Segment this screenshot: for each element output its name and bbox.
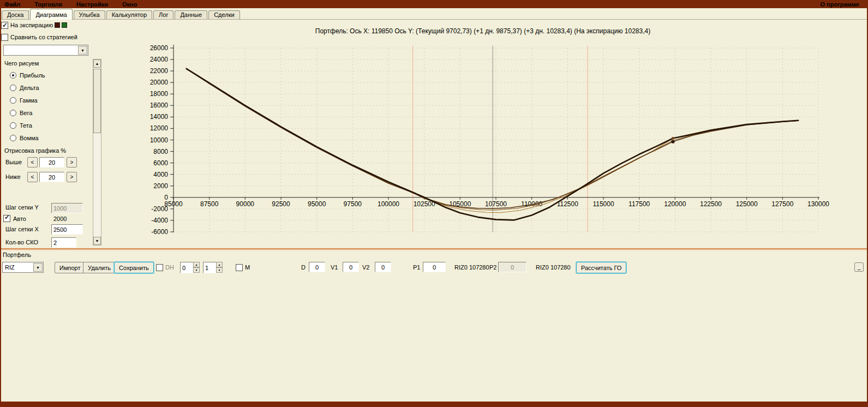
dh-label: DH: [165, 264, 174, 271]
radio-icon[interactable]: [10, 97, 16, 104]
profit-chart[interactable]: -6000-4000-20000200040006000800010000120…: [104, 38, 865, 248]
auto-grid-checkbox[interactable]: [3, 215, 10, 222]
below-increase-button[interactable]: >: [67, 172, 77, 182]
dh-checkbox-row: DH: [156, 262, 174, 273]
spin-down-icon[interactable]: ▼: [193, 267, 200, 273]
menu-window[interactable]: Окно: [122, 1, 137, 8]
collapse-panel-button[interactable]: _: [854, 262, 864, 272]
v2-input[interactable]: [375, 262, 391, 272]
scroll-down-icon[interactable]: ▼: [93, 237, 101, 245]
d-input[interactable]: [309, 262, 325, 272]
menu-bar: ФайлТорговляНастройкиОкно О программе: [0, 0, 868, 8]
symbol-combo[interactable]: RIZ ▼: [2, 262, 44, 273]
spin-up-icon[interactable]: ▲: [193, 262, 200, 267]
compare-strategy-checkbox[interactable]: [1, 34, 8, 41]
scrollbar-thumb[interactable]: [93, 69, 101, 133]
p2-label: P2: [489, 262, 496, 273]
draw-option-label: Вега: [20, 110, 32, 116]
sidebar-scrollbar[interactable]: ▲ ▼: [93, 59, 101, 246]
riz-price-label-1: RIZ0 107280: [454, 262, 489, 273]
portfolio-section-label: Портфель: [3, 252, 31, 258]
strategy-combo[interactable]: ▼: [3, 45, 88, 56]
radio-icon[interactable]: [10, 135, 16, 141]
tab-calculator[interactable]: Калькулятор: [106, 10, 152, 19]
expiration-checkbox[interactable]: [1, 22, 8, 29]
draw-option-vomma[interactable]: Вомма: [10, 134, 39, 143]
x-tick-label: 122500: [700, 200, 722, 208]
radio-icon[interactable]: [10, 85, 16, 91]
dh-spinner-2[interactable]: ▲ ▼: [203, 262, 223, 273]
y-tick-label: -4000: [151, 217, 168, 224]
grid-step-y-input[interactable]: [51, 203, 83, 213]
sko-count-label: Кол-во СКО: [5, 239, 38, 246]
scroll-up-icon[interactable]: ▲: [93, 59, 101, 68]
m-checkbox[interactable]: [236, 264, 243, 271]
menu-settings[interactable]: Настройки: [76, 1, 108, 8]
below-percent-input[interactable]: [39, 172, 64, 182]
menu-file[interactable]: Файл: [4, 1, 20, 8]
marker-current-point: [671, 140, 674, 143]
grid-step-x-label: Шаг сетки X: [5, 226, 39, 232]
draw-option-theta[interactable]: Тета: [10, 121, 32, 131]
draw-option-profit[interactable]: Прибыль: [10, 71, 45, 81]
y-tick-label: 10000: [150, 136, 169, 144]
tab-data[interactable]: Данные: [175, 10, 207, 19]
below-decrease-button[interactable]: <: [27, 172, 38, 182]
sidebar-panel: На экспирацию Сравнить со стратегией ▼ Ч…: [1, 20, 103, 249]
x-tick-label: 130000: [807, 200, 829, 208]
save-button[interactable]: Сохранить: [114, 262, 154, 273]
menu-about[interactable]: О программе: [820, 1, 859, 8]
p2-input[interactable]: [498, 262, 526, 272]
y-tick-label: 18000: [150, 90, 169, 98]
tab-deals[interactable]: Сделки: [208, 10, 240, 19]
above-label: Выше: [5, 159, 22, 165]
draw-option-gamma[interactable]: Гамма: [10, 96, 38, 106]
y-tick-label: 16000: [150, 101, 169, 109]
series-current: [187, 69, 799, 208]
draw-option-label: Гамма: [20, 97, 38, 104]
calc-go-button[interactable]: Рассчитать ГО: [576, 262, 626, 273]
x-tick-label: 85000: [164, 200, 183, 208]
delete-button[interactable]: Удалить: [83, 262, 116, 273]
grid-step-x-input[interactable]: [51, 224, 83, 235]
chevron-down-icon[interactable]: ▼: [78, 46, 87, 55]
x-tick-label: 125000: [736, 200, 758, 208]
compare-strategy-label: Сравнить со стратегией: [10, 34, 77, 40]
dh-spinner-1[interactable]: ▲ ▼: [180, 262, 200, 273]
d-label: D: [301, 262, 306, 273]
tab-smile[interactable]: Улыбка: [74, 10, 105, 19]
expiration-swatch-maroon: [55, 22, 60, 28]
above-increase-button[interactable]: >: [67, 157, 77, 167]
above-decrease-button[interactable]: <: [27, 157, 38, 167]
series-plus3: [187, 69, 799, 213]
series-plus1: [187, 69, 799, 210]
expiration-checkbox-label: На экспирацию: [10, 22, 53, 28]
dh-checkbox[interactable]: [156, 264, 163, 271]
draw-option-label: Тета: [20, 122, 32, 129]
tab-bar: ДоскаДиаграммаУлыбкаКалькуляторЛогДанные…: [0, 8, 868, 20]
radio-icon[interactable]: [10, 122, 16, 129]
radio-icon[interactable]: [10, 72, 16, 79]
menu-trade[interactable]: Торговля: [34, 1, 62, 8]
splitter-line[interactable]: [0, 248, 868, 249]
v1-input[interactable]: [343, 262, 359, 272]
chevron-down-icon[interactable]: ▼: [33, 263, 43, 272]
draw-option-delta[interactable]: Дельта: [10, 83, 39, 93]
y-tick-label: 24000: [150, 56, 169, 63]
tab-diagram[interactable]: Диаграмма: [30, 9, 72, 20]
p1-input[interactable]: [423, 262, 446, 272]
radio-icon[interactable]: [10, 110, 16, 116]
tab-log[interactable]: Лог: [153, 10, 173, 19]
draw-option-vega[interactable]: Вега: [10, 109, 32, 118]
spin-up-icon[interactable]: ▲: [216, 262, 223, 267]
sko-count-input[interactable]: [51, 237, 76, 248]
spin-down-icon[interactable]: ▼: [216, 267, 223, 273]
above-percent-input[interactable]: [39, 157, 64, 167]
x-tick-label: 117500: [628, 200, 650, 208]
symbol-combo-value: RIZ: [5, 264, 15, 271]
x-tick-label: 92500: [272, 200, 290, 208]
import-button[interactable]: Импорт: [55, 262, 85, 273]
x-tick-label: 90000: [236, 200, 255, 208]
splitter-line-2[interactable]: [0, 249, 868, 250]
tab-board[interactable]: Доска: [2, 10, 29, 19]
